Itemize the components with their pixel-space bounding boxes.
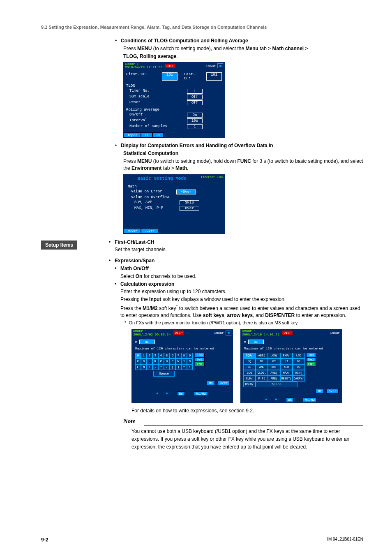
disp-icon: DISP: [173, 331, 184, 335]
calc-expr-title: Calculation expression: [120, 281, 174, 287]
details-text: For details on how to write expressions,…: [41, 407, 363, 414]
sum-ave-label: SUM, AVE: [128, 200, 180, 205]
m2-button[interactable]: M2: [316, 389, 324, 393]
hour-label: 1hour: [212, 331, 226, 335]
expr-field[interactable]: 01: [139, 340, 155, 344]
section-header: 9.1 Setting the Expression, Measurement …: [41, 25, 363, 31]
hour-label: 1hour: [328, 331, 341, 335]
keypad-chars[interactable]: 0123456789C0.KC0PW1SFM+-*/()?:: [135, 353, 193, 370]
menu-tab: Menu: [245, 46, 258, 51]
over-button[interactable]: Over: [327, 389, 339, 393]
soft-key-minus1[interactable]: -1: [152, 132, 164, 138]
bs-button[interactable]: Bs: [286, 398, 294, 402]
bs-button[interactable]: Bs: [177, 391, 185, 396]
max-min-value[interactable]: Over: [180, 206, 199, 211]
math-section: Math: [128, 185, 220, 189]
soft-key-plus1[interactable]: +1: [141, 132, 152, 138]
interval-value[interactable]: 10s: [187, 118, 203, 123]
hour-label: 1hour: [204, 64, 217, 68]
record-icon: [217, 63, 223, 68]
reset-value[interactable]: Off: [187, 100, 203, 105]
numsamp-label: Number of samples: [126, 124, 175, 129]
page-number: 9-2: [41, 537, 48, 543]
menu-key: MENU: [137, 46, 152, 51]
shot1-topbar: GROUP 12010/04/28 17:21:50 DISP 1hour: [124, 62, 224, 69]
expr-span-title: Expression/Span: [115, 258, 154, 264]
setup-items-heading: Setup Items: [41, 240, 77, 250]
ins-button[interactable]: Ins: [195, 353, 205, 357]
m1m2-button[interactable]: M1/M2: [303, 398, 317, 402]
val-error-value[interactable]: +Over: [176, 190, 196, 194]
group-label: GROUP 12010/04/28 17:21:50: [124, 62, 164, 69]
t: (to switch to setting mode), and select …: [152, 46, 245, 51]
soft-key-input[interactable]: Input: [124, 132, 141, 138]
screenshot-input-ops: GROUP 12008/12/10 14:03:21 DISP 1hour M …: [240, 329, 342, 403]
arrow-left-icon[interactable]: ◄: [265, 398, 267, 402]
onoff-label: On/Off: [126, 113, 175, 118]
onoff-value[interactable]: On: [187, 113, 203, 118]
timer-no-label: Timer No.: [126, 89, 175, 94]
disp-text: Press MENU (to switch to setting mode), …: [41, 158, 363, 172]
disp-icon: DISP: [165, 64, 175, 68]
arrow-right-icon[interactable]: ►: [166, 391, 168, 396]
math-tab: Math: [175, 165, 187, 171]
expr-field[interactable]: 01: [248, 340, 264, 344]
char-limit-msg: Maximum of 120 characters can be entered…: [242, 345, 341, 352]
first-last-title: First-CH/Last-CH: [115, 239, 154, 245]
note-rule: [144, 426, 363, 426]
arrow-keys-label: arrow keys: [227, 312, 253, 318]
timer-no-value[interactable]: 1: [187, 89, 203, 94]
note-body: You cannot use both a USB keyboard (/USB…: [41, 428, 363, 451]
sum-ave-value[interactable]: Skip: [180, 200, 199, 205]
menu-key: MENU: [137, 158, 152, 164]
arrow-right-icon[interactable]: ►: [275, 398, 277, 402]
calc-expr-row: •Calculation expression: [109, 281, 363, 288]
del-button[interactable]: Del: [195, 357, 205, 362]
t: .: [176, 53, 178, 59]
disp-enter-label: DISP/ENTER: [265, 312, 295, 318]
keypad-ops[interactable]: SQR(ABS(LOG(EXP(LN(.EQ..NE..GT..LT..GE..…: [243, 353, 305, 387]
first-ch-value[interactable]: 101: [162, 72, 178, 81]
reset-label: Reset: [126, 100, 175, 105]
ent-button[interactable]: ENT: [306, 362, 316, 366]
t: (to switch to setting mode), hold down: [152, 158, 237, 164]
cond-text: Press MENU (to switch to setting mode), …: [41, 45, 363, 52]
ins-button[interactable]: Ins: [306, 353, 316, 357]
calc-text1: Enter the expression using up to 120 cha…: [109, 288, 363, 295]
numsamp-value[interactable]: 1: [187, 124, 203, 129]
ethernet-icon: Ethernet Link: [200, 175, 224, 180]
over-button[interactable]: Over: [218, 381, 230, 385]
char-limit-msg: Maximum of 120 characters can be entered…: [133, 345, 232, 352]
screenshot-basic-setting: Ethernet Link Basic Setting Mode Math Va…: [123, 174, 225, 234]
note-title: Note: [123, 418, 363, 425]
arrow-left-icon[interactable]: ◄: [156, 391, 158, 396]
first-last-text: Set the target channels.: [109, 246, 363, 253]
del-button[interactable]: Del: [306, 357, 316, 362]
math-onoff-text: Select On for channels to be used.: [109, 273, 363, 280]
math-onoff-title: Math On/Off: [120, 266, 149, 271]
last-ch-value[interactable]: 101: [206, 72, 222, 81]
m1-button[interactable]: M1: [207, 381, 215, 385]
on-label: On: [136, 273, 143, 279]
disp-title-row: •Display for Computation Errors and Hand…: [41, 142, 363, 149]
interval-label: Interval: [126, 118, 175, 123]
footnote: * On FXs with the power monitor function…: [109, 320, 363, 326]
tlog-section: TLOG: [126, 84, 222, 88]
disp-title2: Statistical Computation: [41, 150, 363, 157]
expr-span-row: •Expression/Span: [109, 257, 363, 264]
first-ch-label: First-CH:: [126, 72, 162, 81]
soft-key-plus-over[interactable]: +Over: [124, 228, 141, 234]
t: >: [304, 46, 308, 51]
screenshot-input-chars: GROUP 12008/12/02 09:59:34 DISP 1hour M …: [131, 329, 233, 403]
record-icon: [226, 331, 231, 335]
ent-button[interactable]: ENT: [195, 362, 205, 366]
cond-title-row: •Conditions of TLOG Computation and Roll…: [41, 37, 363, 44]
screenshot-tlog: GROUP 12010/04/28 17:21:50 DISP 1hour Fi…: [123, 62, 225, 138]
sum-scale-value[interactable]: Off: [187, 95, 203, 99]
doc-id: IM 04L21B01-01EN: [327, 537, 363, 543]
soft-key-minus-over[interactable]: -Over: [141, 228, 158, 234]
m1m2-button[interactable]: M1/M2: [194, 391, 208, 396]
space-key[interactable]: Space: [153, 371, 175, 377]
sum-scale-label: Sum scale: [126, 95, 175, 99]
disp-icon: DISP: [282, 331, 293, 335]
